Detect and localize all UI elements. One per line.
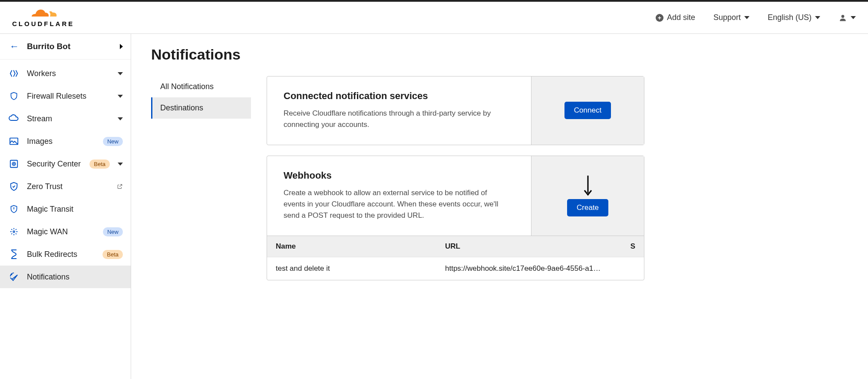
stream-icon [9,113,19,124]
sidebar-item-notifications[interactable]: Notifications [0,266,131,288]
add-site-button[interactable]: + Add site [656,13,695,22]
card-body: Connected notification services Receive … [267,76,531,145]
sidebar-item-security-center[interactable]: Security CenterBeta [0,153,131,175]
badge-beta: Beta [102,250,123,259]
cards-column: Connected notification services Receive … [267,76,644,291]
sidebar-nav: WorkersFirewall RulesetsStreamImagesNewS… [0,60,131,291]
magic-transit-icon [9,204,19,214]
badge-beta: Beta [89,160,110,169]
svg-point-0 [842,15,845,18]
workers-icon [9,68,19,79]
cloud-icon [28,8,59,19]
card-description: Create a webhook to allow an external se… [284,187,509,222]
sidebar-item-label: Firewall Rulesets [27,92,110,101]
card-action-panel: Connect [531,76,644,145]
sidebar-item-label: Magic Transit [27,205,123,214]
caret-down-icon [118,163,123,166]
sidebar-item-label: Notifications [27,273,123,282]
sidebar-item-images[interactable]: ImagesNew [0,130,131,153]
page-title: Notifications [151,46,848,63]
caret-down-icon [118,95,123,98]
caret-down-icon [744,16,749,19]
sidebar-item-workers[interactable]: Workers [0,62,131,85]
col-header-s: S [627,242,635,251]
annotation-arrow-icon [583,175,593,196]
webhook-row[interactable]: test and delete ithttps://webhook.site/c… [267,257,644,280]
language-label: English (US) [768,13,812,22]
sidebar-item-label: Images [27,137,95,146]
magic-wan-icon [9,226,19,237]
connect-button[interactable]: Connect [564,102,611,119]
col-header-url: URL [445,242,627,251]
caret-down-icon [118,72,123,75]
back-arrow-icon: ← [10,42,19,51]
language-dropdown[interactable]: English (US) [768,13,820,22]
sidebar-item-magic-wan[interactable]: Magic WANNew [0,220,131,243]
external-link-icon [117,183,123,190]
svg-point-4 [13,163,14,164]
cloudflare-logo[interactable]: CLOUDFLARE [12,8,74,27]
card-title: Connected notification services [284,90,515,102]
col-header-name: Name [276,242,445,251]
sidebar-item-magic-transit[interactable]: Magic Transit [0,198,131,220]
zero-trust-icon [9,181,19,192]
sidebar-item-label: Zero Trust [27,182,106,191]
sidebar-item-bulk-redirects[interactable]: Bulk RedirectsBeta [0,243,131,266]
sidebar-item-firewall-rulesets[interactable]: Firewall Rulesets [0,85,131,107]
card-action-panel: Create [531,156,644,236]
notifications-icon [9,272,19,282]
webhook-s [627,264,635,273]
bulk-redirects-icon [9,249,19,259]
webhooks-card: Webhooks Create a webhook to allow an ex… [267,156,644,280]
brand-text: CLOUDFLARE [12,20,74,27]
sidebar-item-zero-trust[interactable]: Zero Trust [0,175,131,198]
sidebar-item-label: Security Center [27,160,82,169]
card-body: Webhooks Create a webhook to allow an ex… [267,156,531,236]
caret-down-icon [118,117,123,120]
firewall-rulesets-icon [9,91,19,101]
user-menu[interactable] [838,13,856,22]
badge-new: New [103,227,123,236]
top-bar-right: + Add site Support English (US) [656,13,856,22]
create-webhook-button[interactable]: Create [567,199,608,216]
sidebar-item-stream[interactable]: Stream [0,107,131,130]
plus-circle-icon: + [656,14,663,22]
card-description: Receive Cloudflare notifications through… [284,108,509,131]
support-label: Support [713,13,741,22]
images-icon [9,136,19,146]
sidebar-item-label: Magic WAN [27,227,95,236]
support-dropdown[interactable]: Support [713,13,749,22]
caret-down-icon [815,16,820,19]
sub-tabs: All NotificationsDestinations [151,76,251,291]
sidebar-item-label: Workers [27,69,110,78]
webhooks-table-header: Name URL S [267,236,644,257]
tab-all[interactable]: All Notifications [151,76,251,97]
account-selector[interactable]: ← Burrito Bot [0,34,131,60]
main-content: Notifications All NotificationsDestinati… [131,34,868,379]
tab-destinations[interactable]: Destinations [151,97,251,119]
account-name: Burrito Bot [27,42,120,51]
sidebar-item-label: Stream [27,114,110,123]
connected-services-card: Connected notification services Receive … [267,76,644,145]
svg-point-5 [13,231,15,233]
webhook-url: https://webhook.site/c17ee60e-9ae6-4556-… [445,264,627,273]
top-bar: CLOUDFLARE + Add site Support English (U… [0,0,868,34]
caret-down-icon [851,16,856,19]
user-icon [838,13,847,22]
security-center-icon [9,159,19,169]
caret-right-icon [120,44,123,49]
sidebar-item-label: Bulk Redirects [27,250,95,259]
card-title: Webhooks [284,170,515,181]
add-site-label: Add site [667,13,695,22]
webhook-name: test and delete it [276,264,445,273]
sidebar: ← Burrito Bot WorkersFirewall RulesetsSt… [0,34,131,379]
badge-new: New [103,137,123,146]
